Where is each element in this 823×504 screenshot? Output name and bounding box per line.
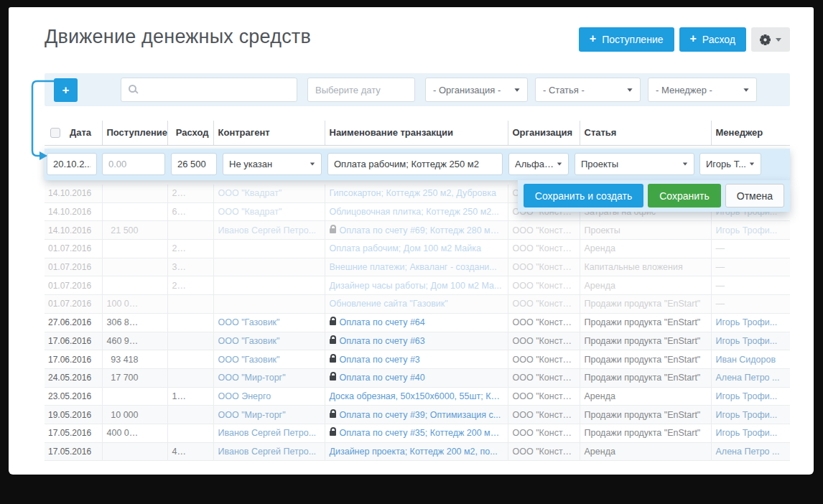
cell-transaction-name[interactable]: Оплата рабочим; Дом 100 м2 Майка: [325, 240, 508, 258]
add-transaction-button[interactable]: +: [54, 78, 78, 102]
cancel-button[interactable]: Отмена: [725, 184, 784, 207]
cell-income: [102, 276, 167, 295]
cell-counterparty[interactable]: ООО "Газовик": [213, 332, 325, 350]
cell-manager[interactable]: Алена Петро ...: [711, 368, 790, 387]
cell-manager[interactable]: Игорь Трофи...: [711, 387, 790, 406]
table-row[interactable]: 01.07.201639 000Внешние платежи; Аквалан…: [45, 258, 790, 276]
cell-expense: [167, 350, 213, 369]
save-and-create-button[interactable]: Сохранить и создать: [524, 184, 643, 207]
cell-expense: [167, 332, 213, 350]
cell-transaction-name[interactable]: Оплата по счету #64: [325, 313, 508, 332]
cell-manager: —: [711, 295, 790, 314]
column-header-income[interactable]: Поступление: [102, 121, 167, 145]
cell-manager[interactable]: Игорь Трофи...: [711, 313, 790, 332]
cell-income: 10 000: [102, 406, 167, 424]
cell-transaction-name[interactable]: Гипсокартон; Коттедж 250 м2, Дубровка: [325, 185, 508, 203]
edit-income-input[interactable]: [102, 153, 165, 175]
cell-counterparty[interactable]: ООО "Квадрат": [213, 202, 325, 221]
cell-transaction-name[interactable]: Внешние платежи; Акваланг - создани...: [325, 258, 508, 276]
cell-counterparty[interactable]: ООО "Газовик": [213, 313, 325, 332]
table-row[interactable]: 27.06.2016306 800ООО "Газовик"Оплата по …: [45, 313, 790, 332]
cell-manager[interactable]: Игорь Трофи...: [711, 424, 790, 442]
cell-manager[interactable]: Игорь Трофи...: [711, 406, 790, 424]
filter-bar: + - Организация - - Статья - - Менеджер …: [45, 73, 790, 106]
cell-date: 14.10.2016: [45, 221, 102, 240]
cell-counterparty: [213, 258, 325, 276]
column-header-name[interactable]: Наименование транзакции: [325, 121, 508, 145]
column-header-organization[interactable]: Организация: [508, 121, 580, 145]
cell-organization: ООО "Конста...: [508, 258, 580, 276]
edit-article-select[interactable]: Проекты: [575, 153, 694, 175]
cell-manager[interactable]: Игорь Трофи...: [711, 332, 790, 350]
edit-transaction-name-input[interactable]: [327, 153, 503, 175]
cell-counterparty[interactable]: Иванов Сергей Петро...: [213, 442, 325, 461]
table-row[interactable]: 17.06.201693 418ООО "Газовик"Оплата по с…: [45, 350, 790, 369]
column-header-manager[interactable]: Менеджер: [711, 121, 790, 145]
edit-date-input[interactable]: [47, 153, 97, 175]
chevron-down-icon: [514, 88, 519, 92]
column-header-date[interactable]: Дата: [45, 121, 102, 145]
table-row[interactable]: 01.07.201625 000Дизайнер часы работы; До…: [45, 276, 790, 295]
cell-counterparty[interactable]: ООО "Мир-торг": [213, 368, 325, 387]
cell-counterparty[interactable]: ООО "Квадрат": [213, 185, 325, 203]
cell-transaction-name[interactable]: Дизайнер проекта; Коттедж 200 м2, по...: [325, 442, 508, 461]
column-header-counterparty[interactable]: Контрагент: [213, 121, 325, 145]
table-row[interactable]: 17.05.201645 000Иванов Сергей Петро...Ди…: [45, 442, 790, 461]
new-transaction-edit-panel: Не указан Альфа-... Проекты Игорь Т...: [45, 149, 790, 180]
table-row[interactable]: 17.06.2016460 908ООО "Газовик"Оплата по …: [45, 332, 790, 350]
cell-counterparty[interactable]: ООО "Мир-торг": [213, 406, 325, 424]
cell-counterparty[interactable]: Иванов Сергей Петро...: [213, 424, 325, 442]
cell-counterparty: [213, 295, 325, 314]
cell-counterparty[interactable]: ООО "Газовик": [213, 350, 325, 369]
edit-expense-input[interactable]: [171, 153, 217, 175]
cell-counterparty[interactable]: ООО Энерго: [213, 387, 325, 406]
table-row[interactable]: 19.05.201610 000ООО "Мир-торг"Оплата по …: [45, 406, 790, 424]
select-all-checkbox[interactable]: [50, 128, 60, 138]
cell-transaction-name[interactable]: Дизайнер часы работы; Дом 100 м2 Ма...: [325, 276, 508, 295]
cell-date: 17.05.2016: [45, 424, 102, 442]
cell-transaction-name[interactable]: Оплата по счету #40: [325, 368, 508, 387]
edit-counterparty-select[interactable]: Не указан: [223, 153, 322, 175]
save-button[interactable]: Сохранить: [648, 184, 721, 207]
date-filter-input[interactable]: [307, 78, 415, 102]
cell-manager: —: [711, 258, 790, 276]
plus-icon: +: [590, 32, 596, 45]
cell-manager[interactable]: Алена Петро ...: [711, 442, 790, 461]
cell-transaction-name[interactable]: Оплата по счету #63: [325, 332, 508, 350]
cell-manager[interactable]: Иван Сидоров: [711, 350, 790, 369]
manager-filter-select[interactable]: - Менеджер -: [648, 78, 757, 102]
table-row[interactable]: 14.10.201621 500Иванов Сергей Петро...Оп…: [45, 221, 790, 240]
cell-transaction-name[interactable]: Оплата по счету #69; Коттедж 280 м2,...: [325, 221, 508, 240]
table-row[interactable]: 23.05.201616 980ООО ЭнергоДоска обрезная…: [45, 387, 790, 406]
cell-transaction-name[interactable]: Облицовочная плитка; Коттедж 250 м2...: [325, 202, 508, 221]
cell-transaction-name[interactable]: Обновление сайта "Газовик": [325, 295, 508, 314]
app-window: Движение денежных средств + Поступление …: [9, 7, 814, 475]
cell-expense: [167, 295, 213, 314]
settings-button[interactable]: [751, 27, 790, 52]
manager-filter-value: - Менеджер -: [656, 85, 712, 95]
cell-transaction-name[interactable]: Оплата по счету #39; Оптимизация с...: [325, 406, 508, 424]
table-row[interactable]: 24.05.201617 700ООО "Мир-торг"Оплата по …: [45, 368, 790, 387]
article-filter-select[interactable]: - Статья -: [535, 78, 641, 102]
add-income-button[interactable]: + Поступление: [579, 27, 674, 52]
edit-manager-select[interactable]: Игорь Т...: [699, 153, 761, 175]
column-header-article[interactable]: Статья: [580, 121, 711, 145]
table-row[interactable]: 01.07.2016100 000Обновление сайта "Газов…: [45, 295, 790, 314]
add-expense-button[interactable]: + Расход: [679, 27, 747, 52]
cell-manager[interactable]: Игорь Трофи...: [711, 221, 790, 240]
table-row[interactable]: 01.07.201620 000Оплата рабочим; Дом 100 …: [45, 240, 790, 258]
cell-income: 400 000: [102, 424, 167, 442]
cell-counterparty[interactable]: Иванов Сергей Петро...: [213, 221, 325, 240]
cell-income: 17 700: [102, 368, 167, 387]
cell-transaction-name[interactable]: Доска обрезная, 50х150х6000, 55шт; Ко...: [325, 387, 508, 406]
cell-article: Аренда: [580, 387, 711, 406]
edit-organization-select[interactable]: Альфа-...: [508, 153, 569, 175]
search-input[interactable]: [121, 78, 297, 102]
table-row[interactable]: 17.05.2016400 000Иванов Сергей Петро...О…: [45, 424, 790, 442]
organization-filter-select[interactable]: - Организация -: [425, 78, 528, 102]
cell-transaction-name[interactable]: Оплата по счету #3: [325, 350, 508, 369]
cell-transaction-name[interactable]: Оплата по счету #35; Коттедж 200 м2,...: [325, 424, 508, 442]
cell-expense: 25 000: [167, 276, 213, 295]
chevron-down-icon: [683, 163, 687, 166]
column-header-expense[interactable]: Расход: [167, 121, 213, 145]
